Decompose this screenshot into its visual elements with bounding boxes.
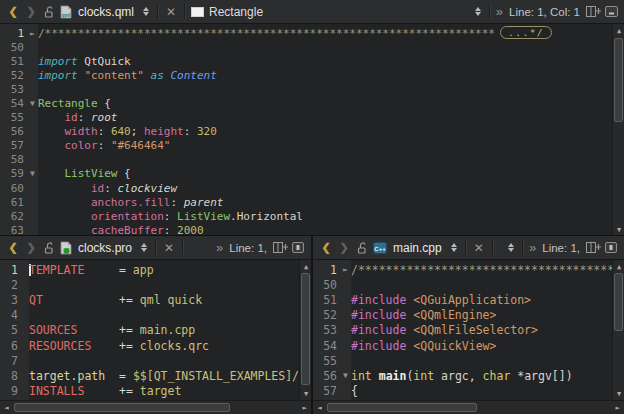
code-text: Rectangle { <box>38 97 612 110</box>
code-text: RESOURCES += clocks.qrc <box>29 339 299 353</box>
scroll-right-arrow[interactable]: ► <box>611 401 624 414</box>
toolbar-overflow-chevron[interactable]: » <box>216 240 223 255</box>
symbol-selector[interactable]: Rectangle <box>209 5 263 19</box>
vertical-scrollbar[interactable]: ▲ ▼ <box>299 260 311 400</box>
toolbar-separator <box>182 240 183 255</box>
forward-button[interactable]: ❯ <box>22 2 40 22</box>
scrollbar-thumb[interactable] <box>614 38 623 122</box>
fold-marker-icon[interactable]: ▼ <box>27 99 38 108</box>
scrollbar-thumb[interactable] <box>614 273 623 331</box>
document-dropdown-arrows[interactable] <box>137 238 151 258</box>
toolbar-overflow-chevron[interactable]: » <box>529 240 536 255</box>
split-editor-icon[interactable] <box>271 238 289 258</box>
open-document-selector[interactable]: clocks.pro <box>78 241 132 255</box>
line-number: 5 <box>0 323 21 337</box>
code-area: 1►/*************************************… <box>313 260 612 400</box>
back-button[interactable]: ❮ <box>4 2 22 22</box>
horizontal-scrollbar[interactable]: ◄ ► <box>0 400 311 414</box>
line-number: 50 <box>313 278 340 292</box>
line-number: 50 <box>0 41 27 54</box>
code-line: 5SOURCES += main.cpp <box>0 323 299 338</box>
code-line: 50 <box>313 277 612 292</box>
scroll-down-arrow[interactable]: ▼ <box>300 387 311 400</box>
close-document-button[interactable]: ✕ <box>162 2 180 22</box>
scrollbar-thumb[interactable] <box>301 273 310 385</box>
back-button[interactable]: ❮ <box>317 238 335 258</box>
scrollbar-thumb[interactable] <box>327 403 477 412</box>
code-line: 1►/*************************************… <box>0 26 612 40</box>
lock-icon <box>40 238 58 258</box>
code-line: 54#include <QQuickView> <box>313 338 612 353</box>
code-text: import QtQuick <box>38 55 612 68</box>
code-text: #include <QQuickView> <box>351 339 612 353</box>
close-document-button[interactable]: ✕ <box>160 238 178 258</box>
close-split-icon[interactable] <box>602 238 620 258</box>
close-document-button[interactable]: ✕ <box>470 238 488 258</box>
line-number: 52 <box>0 69 27 82</box>
vertical-scrollbar[interactable]: ▲ ▼ <box>612 24 624 236</box>
forward-button[interactable]: ❯ <box>335 238 353 258</box>
fold-marker-icon[interactable]: ▼ <box>27 169 38 178</box>
scroll-up-arrow[interactable]: ▲ <box>613 24 624 37</box>
pro-code-editor[interactable]: 1TEMPLATE = app23QT += qml quick45SOURCE… <box>0 260 311 414</box>
code-line: 58 <box>0 153 612 167</box>
vertical-scrollbar[interactable]: ▲ ▼ <box>612 260 624 400</box>
line-number: 59 <box>0 167 27 180</box>
line-number: 55 <box>313 354 340 368</box>
toolbar-overflow-chevron[interactable]: » <box>496 4 503 19</box>
toolbar-separator <box>155 240 156 255</box>
split-editor-icon[interactable] <box>584 2 602 22</box>
code-text: anchors.fill: parent <box>38 196 612 209</box>
code-line: 53 <box>0 82 612 96</box>
toolbar-separator <box>492 240 493 255</box>
svg-text:qml: qml <box>62 11 72 17</box>
close-split-icon[interactable] <box>289 238 307 258</box>
scroll-right-arrow[interactable]: ► <box>298 401 311 414</box>
line-number: 57 <box>0 139 27 152</box>
code-text: #include <QQmlEngine> <box>351 308 612 322</box>
code-text: id: root <box>38 111 612 124</box>
code-line: 9INSTALLS += target <box>0 384 299 399</box>
forward-button[interactable]: ❯ <box>22 238 40 258</box>
pro-file-icon <box>60 241 72 255</box>
scroll-up-arrow[interactable]: ▲ <box>300 260 311 273</box>
scroll-up-arrow[interactable]: ▲ <box>613 260 624 273</box>
line-number: 3 <box>0 293 21 307</box>
line-number: 54 <box>0 97 27 110</box>
line-number: 7 <box>0 354 21 368</box>
cpp-code-editor[interactable]: 1►/*************************************… <box>313 260 624 414</box>
code-text: import "content" as Content <box>38 69 612 82</box>
horizontal-scrollbar[interactable]: ◄ ► <box>313 400 624 414</box>
scrollbar-thumb[interactable] <box>14 403 230 412</box>
lock-icon <box>353 238 371 258</box>
fold-marker-icon[interactable]: ▼ <box>340 371 351 380</box>
code-line: 1►/*************************************… <box>313 262 612 277</box>
open-document-selector[interactable]: main.cpp <box>393 241 442 255</box>
code-text: /***************************************… <box>351 263 612 277</box>
scroll-left-arrow[interactable]: ◄ <box>313 401 326 414</box>
fold-marker-icon[interactable]: ► <box>27 29 38 38</box>
code-text: target.path = $$[QT_INSTALL_EXAMPLES]/de… <box>29 369 299 383</box>
line-number: 58 <box>0 153 27 166</box>
code-line: 62 orientation: ListView.Horizontal <box>0 209 612 223</box>
scroll-left-arrow[interactable]: ◄ <box>0 401 13 414</box>
bottom-right-editor-toolbar: ❮ ❯ C++ main.cpp ✕ » Line: 1, <box>313 236 624 260</box>
code-line: 59▼ ListView { <box>0 167 612 181</box>
toolbar-separator <box>489 4 490 19</box>
qml-code-editor[interactable]: 1►/*************************************… <box>0 24 624 236</box>
code-line: 50 <box>0 40 612 54</box>
document-dropdown-arrows[interactable] <box>139 2 153 22</box>
code-area: 1TEMPLATE = app23QT += qml quick45SOURCE… <box>0 260 299 400</box>
fold-marker-icon[interactable]: ► <box>340 265 351 274</box>
code-line: 51import QtQuick <box>0 54 612 68</box>
open-document-selector[interactable]: clocks.qml <box>78 5 134 19</box>
symbol-dropdown-arrows[interactable] <box>471 2 485 22</box>
back-button[interactable]: ❮ <box>4 238 22 258</box>
document-dropdown-arrows[interactable] <box>447 238 461 258</box>
symbol-dropdown-arrows[interactable] <box>504 238 518 258</box>
open-in-new-window-icon[interactable] <box>602 2 620 22</box>
code-text: #include <QQmlFileSelector> <box>351 323 612 337</box>
folded-comment-badge[interactable]: ...*/ <box>500 26 552 39</box>
split-editor-icon[interactable] <box>584 238 602 258</box>
scroll-down-arrow[interactable]: ▼ <box>613 387 624 400</box>
